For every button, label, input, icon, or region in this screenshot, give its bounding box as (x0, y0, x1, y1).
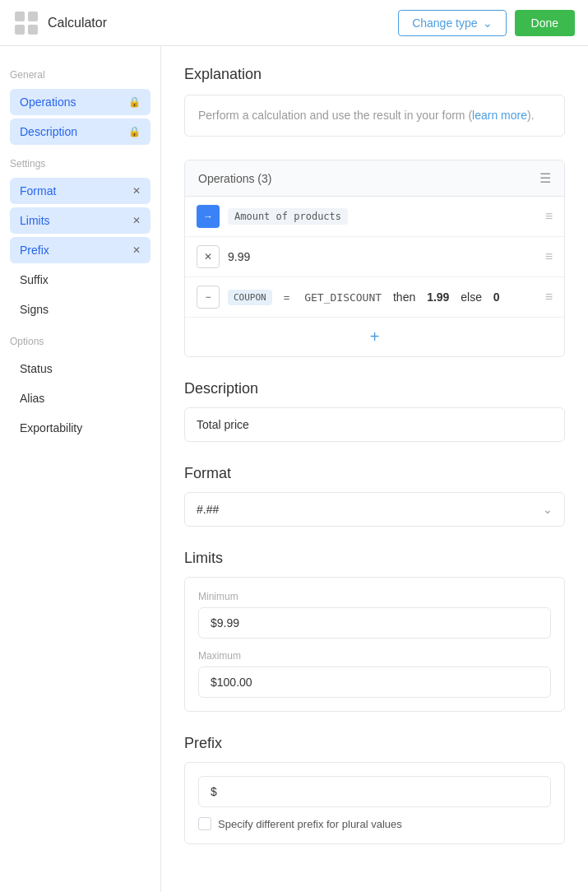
lock-icon-description: 🔒 (128, 126, 141, 137)
sidebar-item-status[interactable]: Status (10, 355, 150, 382)
format-section: Format #.## ⌄ (184, 465, 565, 527)
op-func-label: GET_DISCOUNT (298, 291, 382, 304)
op-menu-icon-2[interactable]: ≡ (545, 249, 553, 264)
chevron-down-icon: ⌄ (543, 503, 553, 516)
hamburger-icon[interactable]: ☰ (539, 170, 551, 186)
learn-more-link[interactable]: learn more (472, 109, 527, 122)
op-else-label: else (457, 290, 484, 304)
operations-block: Operations (3) ☰ → Amount of products ≡ … (184, 160, 565, 357)
settings-section-label: Settings (10, 158, 150, 170)
explanation-title: Explanation (184, 66, 565, 83)
main-layout: General Operations 🔒 Description 🔒 Setti… (0, 46, 588, 892)
close-icon-format[interactable]: ✕ (132, 185, 141, 197)
prefix-checkbox-label: Specify different prefix for plural valu… (218, 818, 402, 830)
prefix-section: Prefix Specify different prefix for plur… (184, 735, 565, 844)
sidebar-item-format[interactable]: Format ✕ (10, 178, 150, 204)
sidebar-item-alias[interactable]: Alias (10, 385, 150, 411)
limits-box: Minimum Maximum (184, 577, 565, 712)
svg-rect-3 (28, 25, 38, 35)
sidebar-item-description-label: Description (20, 125, 77, 138)
close-icon-prefix[interactable]: ✕ (132, 244, 141, 256)
prefix-input[interactable] (198, 776, 551, 807)
format-value: #.## (197, 503, 219, 516)
done-button[interactable]: Done (515, 10, 575, 36)
explanation-end: ). (527, 109, 535, 122)
header-left: Calculator (13, 10, 107, 36)
minimum-input[interactable] (198, 607, 551, 639)
header-right: Change type ⌄ Done (398, 10, 575, 36)
content-area: Explanation Perform a calculation and us… (161, 46, 588, 892)
sidebar: General Operations 🔒 Description 🔒 Setti… (0, 46, 161, 892)
operation-row-3: − COUPON = GET_DISCOUNT then 1.99 else 0… (185, 277, 564, 318)
op-else-value: 0 (493, 290, 500, 304)
format-title: Format (184, 465, 565, 482)
general-section-label: General (10, 69, 150, 81)
prefix-box: Specify different prefix for plural valu… (184, 762, 565, 844)
prefix-title: Prefix (184, 735, 565, 752)
svg-rect-2 (15, 25, 25, 35)
svg-rect-1 (28, 12, 38, 21)
maximum-input[interactable] (198, 667, 551, 698)
op-coupon-tag: COUPON (228, 290, 272, 305)
sidebar-item-limits-label: Limits (20, 214, 50, 227)
op-tag-amount: Amount of products (228, 208, 348, 225)
operation-row-2: ✕ 9.99 ≡ (185, 237, 564, 277)
op-multiply-button[interactable]: ✕ (197, 245, 220, 268)
header: Calculator Change type ⌄ Done (0, 0, 588, 46)
op-then-value: 1.99 (427, 290, 449, 304)
close-icon-limits[interactable]: ✕ (132, 215, 141, 226)
explanation-text: Perform a calculation and use the result… (198, 109, 472, 122)
minimum-label: Minimum (198, 591, 551, 602)
sidebar-item-signs-label: Signs (20, 303, 49, 316)
operations-header: Operations (3) ☰ (185, 160, 564, 197)
sidebar-item-prefix-label: Prefix (20, 244, 49, 257)
description-title: Description (184, 380, 565, 397)
format-select[interactable]: #.## ⌄ (184, 492, 565, 527)
op-arrow-button[interactable]: → (197, 205, 220, 228)
sidebar-item-format-label: Format (20, 184, 56, 197)
sidebar-item-prefix[interactable]: Prefix ✕ (10, 237, 150, 263)
operations-header-title: Operations (3) (198, 172, 271, 185)
change-type-button[interactable]: Change type ⌄ (398, 10, 506, 36)
sidebar-item-operations-label: Operations (20, 95, 76, 109)
sidebar-item-status-label: Status (20, 362, 53, 375)
limits-section: Limits Minimum Maximum (184, 550, 565, 712)
calculator-icon (13, 10, 39, 36)
op-minus-button[interactable]: − (197, 286, 220, 309)
op-menu-icon-1[interactable]: ≡ (545, 209, 553, 224)
lock-icon-operations: 🔒 (128, 96, 141, 108)
sidebar-item-suffix[interactable]: Suffix (10, 267, 150, 293)
svg-rect-0 (15, 12, 25, 21)
sidebar-item-signs[interactable]: Signs (10, 296, 150, 323)
description-input[interactable] (184, 407, 565, 442)
prefix-checkbox[interactable] (198, 817, 211, 830)
sidebar-item-exportability-label: Exportability (20, 421, 82, 434)
options-section-label: Options (10, 336, 150, 347)
explanation-box: Perform a calculation and use the result… (184, 95, 565, 137)
sidebar-item-suffix-label: Suffix (20, 273, 49, 286)
app-title: Calculator (48, 16, 107, 30)
chevron-down-icon: ⌄ (483, 16, 493, 30)
sidebar-item-description[interactable]: Description 🔒 (10, 118, 150, 145)
sidebar-item-operations[interactable]: Operations 🔒 (10, 89, 150, 115)
prefix-checkbox-row: Specify different prefix for plural valu… (198, 817, 551, 830)
sidebar-item-alias-label: Alias (20, 392, 44, 405)
description-section: Description (184, 380, 565, 442)
limits-title: Limits (184, 550, 565, 567)
op-menu-icon-3[interactable]: ≡ (545, 290, 553, 304)
operation-row-1: → Amount of products ≡ (185, 197, 564, 237)
op-value-999: 9.99 (228, 250, 250, 263)
maximum-label: Maximum (198, 650, 551, 662)
add-operation-button[interactable]: + (185, 318, 564, 356)
op-then-label: then (390, 290, 419, 304)
sidebar-item-limits[interactable]: Limits ✕ (10, 207, 150, 234)
sidebar-item-exportability[interactable]: Exportability (10, 415, 150, 441)
op-equals: = (284, 291, 290, 304)
